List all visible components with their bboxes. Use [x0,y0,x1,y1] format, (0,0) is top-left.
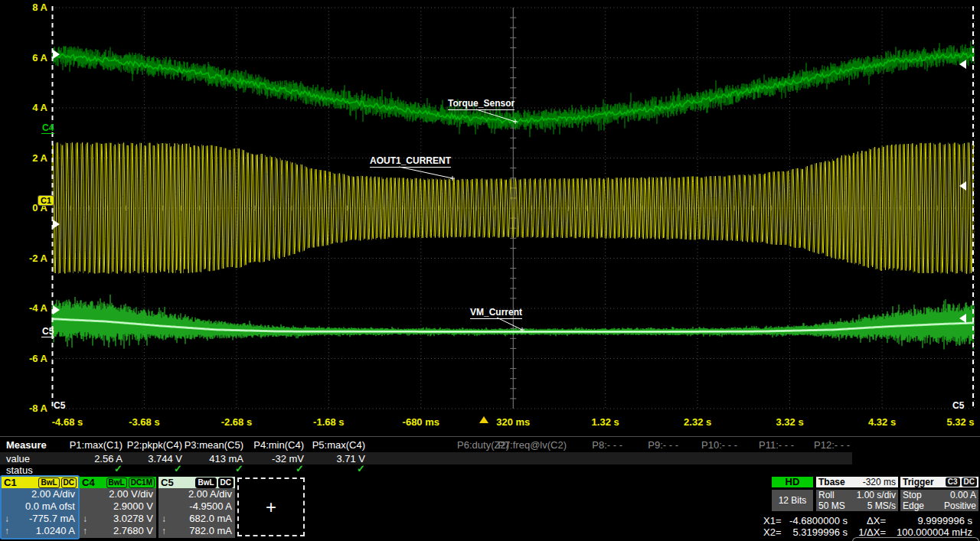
trace-label[interactable]: AOUT1_CURRENT [370,155,451,168]
dx-value: 9.9999996 s [887,515,972,526]
trigger-type: Edge [903,500,944,511]
x-axis-label: 3.32 s [756,416,825,428]
channel-minmax-value: 782.0 mA [166,525,235,537]
timebase-record: 50 MS [818,500,867,511]
arrow-down-icon: ↓ [80,513,87,525]
arrow-up-icon: ↑ [158,525,166,537]
channel-id-label: C1 [2,477,38,488]
y-axis-label: 8 A [5,2,47,13]
channel-max: ↑782.0 mA [158,525,235,537]
channel-box-C5[interactable]: C5BwLDC2.00 A/div-4.9500 A↓682.0 mA↑782.… [158,477,235,538]
channel-badge: DC [218,477,234,488]
timebase-title: Tbase [816,477,863,487]
channel-header-C1[interactable]: C1BwLDC [2,477,78,488]
grid-corner-label-left: C5 [54,400,65,411]
arrow-up-icon: ↑ [80,525,87,537]
y-axis-label: 4 A [5,102,47,113]
oscilloscope-screen: 8 A6 A4 A2 A0 A-2 A-4 A-6 A-8 A-4.68 s-3… [0,0,980,541]
channel-badge: BwL [195,477,216,488]
x-axis-label: -4.68 s [33,416,102,428]
arrow-up-icon: ↑ [2,525,9,537]
measure-status-check: ✓ [243,463,370,474]
channel-marker-C1[interactable]: C1 [38,195,54,206]
channel-marker-C5[interactable]: C5 [41,326,54,337]
channel-badge: DC1M [129,477,155,488]
y-axis-label: -8 A [5,402,47,414]
x-axis-label: 2.32 s [663,416,732,428]
measure-param-header[interactable]: P12:- - - [727,439,850,451]
channel-scale: 2.00 A/div [2,488,78,500]
plus-icon: + [266,497,276,518]
trigger-title: Trigger [900,477,946,487]
trace-label[interactable]: VM_Current [470,307,522,319]
measure-param-header[interactable]: P5:max(C4) [243,439,365,451]
trigger-slope: Positive [944,500,976,511]
channel-body-C4: 2.00 V/div2.9000 V↓3.0278 V↑2.7680 V [80,488,156,538]
channel-header-C5[interactable]: C5BwLDC [158,477,235,488]
inv-dx-label: 1/ΔX= [844,526,886,538]
x-axis-label: 5.32 s [926,416,980,428]
x-axis-label: -680 ms [387,416,456,428]
x1-value: -4.6800000 s [775,515,848,526]
channel-max: ↑2.7680 V [80,525,156,537]
trigger-mode: Stop [903,490,950,500]
y-axis-label: -6 A [5,353,47,364]
channel-body-C5: 2.00 A/div-4.9500 A↓682.0 mA↑782.0 mA [158,488,235,538]
popup-edge [852,537,979,541]
hd-resolution[interactable]: 12 Bits [772,490,813,511]
channel-id-label: C5 [158,477,195,488]
x-axis-label: 1.32 s [571,416,640,428]
trigger-level: 0.00 A [950,490,976,500]
add-trace-button[interactable]: + [237,477,305,536]
channel-minmax-value: 3.0278 V [87,513,156,525]
trigger-source-badge: C3 [946,477,960,487]
cursor-trace-mark-right [959,60,966,69]
channel-offset: 0.0 mA ofst [2,500,78,513]
x2-value: 5.3199996 s [775,526,848,538]
arrow-down-icon: ↓ [2,513,9,525]
timebase-scale: 1.00 s/div [857,490,896,500]
channel-badge: BwL [38,477,59,488]
channel-body-C1: 2.00 A/div0.0 mA ofst↓-775.7 mA↑1.0240 A [2,488,78,538]
x-axis-label: -2.68 s [202,416,271,428]
channel-box-C4[interactable]: C4BwLDC1M2.00 V/div2.9000 V↓3.0278 V↑2.7… [80,477,156,538]
x-axis-label: -3.68 s [109,416,178,428]
cursor-trace-mark-left [53,305,60,314]
channel-min: ↓-775.7 mA [2,513,78,525]
y-axis-label: -4 A [5,302,47,314]
timebase-rate: 5 MS/s [867,500,896,511]
hd-mode-badge[interactable]: HD [772,477,813,487]
channel-min: ↓682.0 mA [158,513,235,525]
trigger-coupling-badge: DC [962,477,977,487]
channel-header-C4[interactable]: C4BwLDC1M [80,477,156,488]
channel-badge: BwL [106,477,127,488]
channel-min: ↓3.0278 V [80,513,156,525]
channel-marker-C4[interactable]: C4 [41,122,54,134]
cursor-trace-mark-left [53,220,60,229]
channel-scale: 2.00 V/div [80,488,156,500]
channel-id-label: C4 [80,477,106,488]
plot-overlays: 8 A6 A4 A2 A0 A-2 A-4 A-6 A-8 A-4.68 s-3… [0,0,980,436]
cursor-trace-mark-right [959,314,966,323]
dx-label: ΔX= [851,515,886,526]
channel-badge: DC [61,477,77,488]
waveform-display[interactable]: 8 A6 A4 A2 A0 A-2 A-4 A-6 A-8 A-4.68 s-3… [0,0,980,436]
x-axis-label: 320 ms [479,416,547,428]
channel-minmax-value: -775.7 mA [9,513,78,525]
trigger-box[interactable]: Trigger C3 DC Stop 0.00 A Edge Positive [900,477,978,511]
section-divider [0,436,980,437]
arrow-down-icon: ↓ [158,513,166,525]
inv-dx-value: 100.000004 mHz [887,526,972,538]
channel-minmax-value: 682.0 mA [166,513,235,525]
channel-max: ↑1.0240 A [2,525,78,537]
channel-box-C1[interactable]: C1BwLDC2.00 A/div0.0 mA ofst↓-775.7 mA↑1… [2,477,78,538]
timebase-box[interactable]: Tbase -320 ms Roll 1.00 s/div 50 MS 5 MS… [816,477,898,511]
x-axis-label: -1.68 s [294,416,363,428]
trigger-position-marker[interactable] [479,416,488,423]
y-axis-label: 2 A [5,152,47,164]
trace-label[interactable]: Torque_Sensor [448,98,514,110]
channel-minmax-value: 1.0240 A [9,525,78,537]
channel-minmax-value: 2.7680 V [87,525,156,537]
channel-offset: 2.9000 V [80,500,156,513]
timebase-mode: Roll [818,490,857,500]
